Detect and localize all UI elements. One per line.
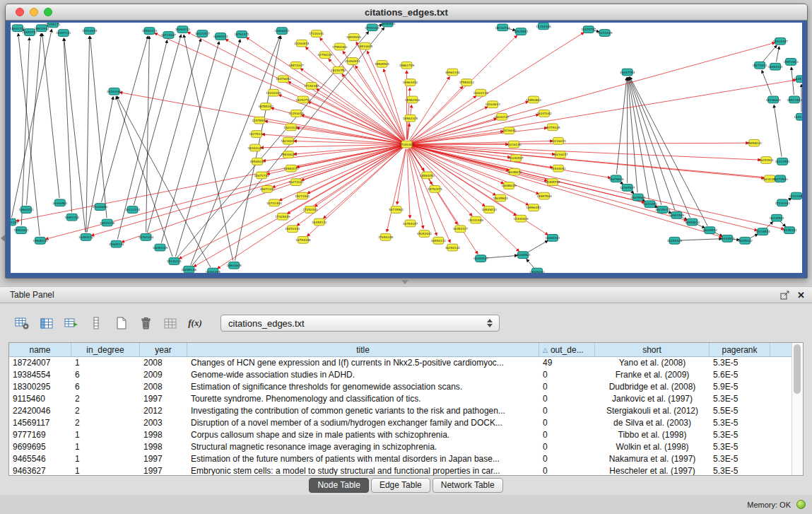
table-row[interactable]: 969969511998Structural magnetic resonanc… <box>9 441 803 453</box>
import-table-button[interactable] <box>161 315 180 332</box>
cell-short[interactable]: Dudbridge et al. (2008) <box>595 381 710 393</box>
cell-year[interactable]: 1998 <box>140 441 187 453</box>
split-divider[interactable] <box>0 277 812 286</box>
cell-name[interactable]: 14569117 <box>9 417 71 429</box>
create-table-button[interactable] <box>112 315 130 332</box>
cell-short[interactable]: de Silva et al. (2003) <box>595 417 710 429</box>
column-header-year[interactable]: year <box>140 343 187 356</box>
cell-out_degree[interactable]: 0 <box>539 453 595 465</box>
cell-year[interactable]: 2008 <box>140 357 187 369</box>
column-header-name[interactable]: name <box>9 343 71 356</box>
cell-title[interactable]: Estimation of the future numbers of pati… <box>187 453 539 465</box>
cell-title[interactable]: Corpus callosum shape and size in male p… <box>187 429 539 441</box>
table-row[interactable]: 1456911722003Disruption of a novel membe… <box>9 417 803 429</box>
cell-name[interactable]: 9777169 <box>9 429 71 441</box>
cell-pagerank[interactable]: 5.9E-5 <box>710 381 770 393</box>
cell-title[interactable]: Disruption of a novel member of a sodium… <box>187 417 539 429</box>
cell-name[interactable]: 19384554 <box>9 369 71 381</box>
cell-short[interactable]: Tibbo et al. (1998) <box>595 429 710 441</box>
row-options-button[interactable] <box>87 315 105 332</box>
show-columns-button[interactable] <box>37 315 56 332</box>
cell-name[interactable]: 18300295 <box>9 381 71 393</box>
cell-out_degree[interactable]: 0 <box>539 369 595 381</box>
tab-network-table[interactable]: Network Table <box>433 478 503 493</box>
cell-in_degree[interactable]: 6 <box>71 369 140 381</box>
cell-title[interactable]: Structural magnetic resonance image aver… <box>187 441 539 453</box>
table-row[interactable]: 2242004622012Investigating the contribut… <box>9 405 803 417</box>
cell-year[interactable]: 1997 <box>140 453 187 465</box>
cell-pagerank[interactable]: 5.3E-5 <box>710 357 770 369</box>
function-builder-button[interactable]: f(x) <box>186 315 204 332</box>
cell-name[interactable]: 18724007 <box>9 357 71 369</box>
cell-out_degree[interactable]: 0 <box>539 417 595 429</box>
cell-year[interactable]: 2009 <box>140 369 187 381</box>
cell-in_degree[interactable]: 2 <box>71 405 140 417</box>
cell-out_degree[interactable]: 0 <box>539 465 595 476</box>
cell-in_degree[interactable]: 2 <box>71 393 140 405</box>
cell-name[interactable]: 22420046 <box>9 405 71 417</box>
table-row[interactable]: 946362711997Embryonic stem cells: a mode… <box>9 465 803 476</box>
cell-year[interactable]: 2012 <box>140 405 187 417</box>
cell-short[interactable]: Wolkin et al. (1998) <box>595 441 710 453</box>
cell-year[interactable]: 2003 <box>140 417 187 429</box>
cell-title[interactable]: Genome-wide association studies in ADHD. <box>187 369 539 381</box>
float-panel-button[interactable] <box>780 291 790 300</box>
cell-short[interactable]: Yano et al. (2008) <box>595 357 710 369</box>
cell-pagerank[interactable]: 5.3E-5 <box>710 417 770 429</box>
table-settings-button[interactable] <box>13 315 31 332</box>
table-row[interactable]: 911546021997Tourette syndrome. Phenomeno… <box>9 393 803 405</box>
delete-table-button[interactable] <box>136 315 155 332</box>
cell-out_degree[interactable]: 0 <box>539 393 595 405</box>
tab-edge-table[interactable]: Edge Table <box>371 478 430 493</box>
cell-in_degree[interactable]: 1 <box>71 357 140 369</box>
cell-out_degree[interactable]: 0 <box>539 429 595 441</box>
cell-in_degree[interactable]: 1 <box>71 441 140 453</box>
cell-year[interactable]: 1997 <box>140 465 187 476</box>
table-row[interactable]: 1872400712008Changes of HCN gene express… <box>9 357 803 369</box>
zoom-window-button[interactable] <box>44 8 52 16</box>
network-canvas[interactable]: 1724040719861729169634321558291618562315… <box>11 23 802 273</box>
cell-title[interactable]: Investigating the contribution of common… <box>187 405 539 417</box>
cell-name[interactable]: 9115460 <box>9 393 71 405</box>
table-scrollbar[interactable] <box>792 343 803 475</box>
column-header-pagerank[interactable]: pagerank <box>710 343 770 356</box>
cell-pagerank[interactable]: 5.3E-5 <box>710 429 770 441</box>
minimize-window-button[interactable] <box>30 8 38 16</box>
cell-name[interactable]: 9699695 <box>9 441 71 453</box>
cell-short[interactable]: Hescheler et al. (1997) <box>595 465 710 476</box>
cell-pagerank[interactable]: 5.3E-5 <box>710 465 770 476</box>
cell-in_degree[interactable]: 1 <box>71 453 140 465</box>
cell-short[interactable]: Nakamura et al. (1997) <box>595 453 710 465</box>
cell-in_degree[interactable]: 1 <box>71 465 140 476</box>
cell-pagerank[interactable]: 5.3E-5 <box>710 441 770 453</box>
cell-title[interactable]: Changes of HCN gene expression and I(f) … <box>187 357 539 369</box>
cell-short[interactable]: Stergiakouli et al. (2012) <box>595 405 710 417</box>
cell-short[interactable]: Jankovic et al. (1997) <box>595 393 710 405</box>
table-row[interactable]: 977716911998Corpus callosum shape and si… <box>9 429 803 441</box>
column-header-short[interactable]: short <box>595 343 710 356</box>
cell-pagerank[interactable]: 5.6E-5 <box>710 369 770 381</box>
cell-pagerank[interactable]: 5.5E-5 <box>710 405 770 417</box>
scrollbar-thumb[interactable] <box>794 344 801 394</box>
panel-collapse-arrow-icon[interactable] <box>1 235 5 242</box>
cell-name[interactable]: 9463627 <box>9 465 71 476</box>
cell-out_degree[interactable]: 0 <box>539 381 595 393</box>
window-titlebar[interactable]: citations_edges.txt <box>6 4 807 21</box>
column-header-title[interactable]: title <box>187 343 539 356</box>
cell-out_degree[interactable]: 49 <box>539 357 595 369</box>
cell-title[interactable]: Embryonic stem cells: a model to study s… <box>187 465 539 476</box>
table-row[interactable]: 946554611997Estimation of the future num… <box>9 453 803 465</box>
close-window-button[interactable] <box>16 8 24 16</box>
edit-table-button[interactable] <box>62 315 81 332</box>
network-table-select[interactable]: citations_edges.txt <box>220 315 500 332</box>
cell-title[interactable]: Tourette syndrome. Phenomenology and cla… <box>187 393 539 405</box>
cell-pagerank[interactable]: 5.3E-5 <box>710 393 770 405</box>
cell-year[interactable]: 2008 <box>140 381 187 393</box>
cell-year[interactable]: 1998 <box>140 429 187 441</box>
cell-out_degree[interactable]: 0 <box>539 441 595 453</box>
cell-short[interactable]: Franke et al. (2009) <box>595 369 710 381</box>
cell-name[interactable]: 9465546 <box>9 453 71 465</box>
tab-node-table[interactable]: Node Table <box>309 478 369 493</box>
cell-in_degree[interactable]: 1 <box>71 429 140 441</box>
column-header-out_degree[interactable]: △out_de... <box>539 343 595 356</box>
